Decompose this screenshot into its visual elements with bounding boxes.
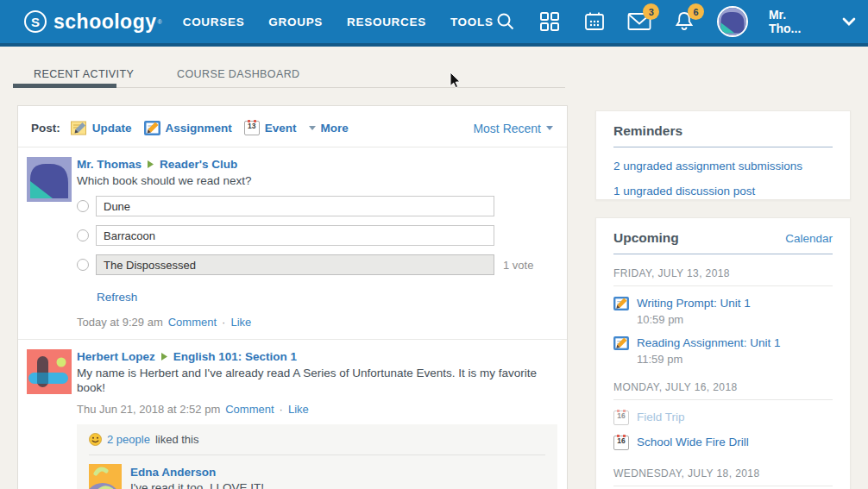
- event-icon-day: 13: [245, 122, 259, 131]
- poll-choice[interactable]: Dune: [96, 196, 494, 216]
- event-title-link[interactable]: Reading Assignment: Unit 1: [637, 336, 781, 349]
- comment-link[interactable]: Comment: [225, 403, 274, 416]
- upcoming-event: Writing Prompt: Unit 1 10:59 pm: [613, 297, 833, 326]
- calendar-day-icon: 16: [613, 411, 629, 425]
- liked-by-link[interactable]: 2 people: [107, 433, 150, 446]
- update-icon: [71, 121, 87, 135]
- event-time: 11:59 pm: [637, 353, 781, 366]
- mouse-cursor: [450, 72, 462, 89]
- post-meta: Thu Jun 21, 2018 at 2:52 pm Comment · Li…: [77, 403, 553, 416]
- activity-feed-card: Post: Update Assignment 13 Event More Mo…: [17, 105, 568, 489]
- comment: Edna Anderson I've read it too, I LOVE I…: [89, 455, 545, 489]
- divider: [613, 254, 833, 254]
- user-menu-label[interactable]: Mr. Tho...: [769, 8, 821, 35]
- chevron-down-icon[interactable]: [842, 17, 856, 26]
- event-title-link[interactable]: Writing Prompt: Unit 1: [637, 297, 751, 310]
- caret-down-icon: [309, 126, 316, 130]
- main-nav: COURSES GROUPS RESOURCES TOOLS: [183, 16, 494, 28]
- comment-body: I've read it too, I LOVE IT!: [130, 481, 305, 489]
- tab-recent-activity[interactable]: RECENT ACTIVITY: [34, 68, 134, 80]
- upcoming-card: Upcoming Calendar FRIDAY, JULY 13, 2018 …: [595, 217, 851, 489]
- feed-post-update: Herbert Lopez English 101: Section 1 My …: [18, 339, 567, 489]
- reminders-title: Reminders: [613, 123, 833, 139]
- app-grid-button[interactable]: [538, 10, 563, 33]
- post-event-button[interactable]: 13 Event: [244, 121, 297, 135]
- avatar[interactable]: [27, 157, 72, 202]
- poll-radio[interactable]: [77, 200, 89, 212]
- messages-button[interactable]: 3: [627, 10, 651, 33]
- update-label: Update: [92, 122, 132, 135]
- post-meta: Today at 9:29 am Comment · Like: [77, 316, 553, 329]
- reminders-card: Reminders 2 ungraded assignment submissi…: [595, 110, 851, 200]
- poll-refresh-link[interactable]: Refresh: [97, 291, 137, 304]
- schoology-logo[interactable]: S schoology ®: [24, 10, 162, 34]
- post-timestamp: Thu Jun 21, 2018 at 2:52 pm: [77, 403, 220, 416]
- post-more-button[interactable]: More: [309, 122, 349, 135]
- like-link[interactable]: Like: [230, 316, 251, 329]
- like-link[interactable]: Like: [288, 403, 309, 416]
- post-label: Post:: [31, 122, 60, 135]
- poll-radio[interactable]: [77, 259, 89, 271]
- calendar-link[interactable]: Calendar: [785, 232, 833, 245]
- schoology-logo-icon: S: [24, 10, 47, 33]
- post-context-link[interactable]: English 101: Section 1: [173, 350, 297, 363]
- navbar-right-cluster: 3 6 Mr. Tho...: [494, 6, 856, 37]
- search-button[interactable]: [494, 10, 518, 33]
- poll-choice[interactable]: Barracoon: [96, 225, 494, 246]
- logo-letter: S: [31, 15, 40, 29]
- divider: [613, 285, 833, 286]
- poll-option: Barracoon: [77, 225, 553, 246]
- caret-down-icon: [546, 126, 553, 130]
- post-title: Mr. Thomas Reader's Club: [77, 158, 553, 171]
- nav-item-courses[interactable]: COURSES: [183, 16, 245, 28]
- user-avatar[interactable]: [717, 6, 748, 37]
- notifications-button[interactable]: 6: [672, 10, 696, 33]
- avatar[interactable]: [89, 464, 122, 489]
- feed-tabs: RECENT ACTIVITY COURSE DASHBOARD: [13, 47, 565, 90]
- event-title-link[interactable]: Field Trip: [637, 411, 685, 423]
- nav-item-groups[interactable]: GROUPS: [268, 16, 323, 28]
- nav-item-tools[interactable]: TOOLS: [450, 16, 494, 28]
- likes-row: 2 people liked this: [89, 433, 545, 455]
- comment-link[interactable]: Comment: [168, 316, 217, 329]
- smiley-icon: [89, 433, 102, 446]
- poll: Dune Barracoon The Dispossessed 1 vote R…: [77, 196, 553, 304]
- post-assignment-button[interactable]: Assignment: [144, 121, 232, 135]
- reminder-link-ungraded-assignments[interactable]: 2 ungraded assignment submissions: [613, 160, 833, 172]
- day-header: MONDAY, JULY 16, 2018: [613, 381, 833, 393]
- divider: [613, 399, 833, 400]
- upcoming-title: Upcoming: [613, 230, 679, 246]
- tab-course-dashboard[interactable]: COURSE DASHBOARD: [177, 68, 300, 80]
- separator-dot: ·: [280, 403, 283, 416]
- divider: [613, 486, 833, 486]
- liked-by-suffix: liked this: [155, 433, 199, 446]
- active-tab-indicator: [13, 84, 116, 88]
- poll-radio[interactable]: [77, 229, 89, 241]
- breadcrumb-arrow-icon: [161, 353, 167, 360]
- post-author-link[interactable]: Mr. Thomas: [77, 158, 142, 171]
- nav-item-resources[interactable]: RESOURCES: [347, 16, 426, 28]
- event-time: 10:59 pm: [637, 313, 751, 326]
- top-navbar: S schoology ® COURSES GROUPS RESOURCES T…: [0, 0, 868, 47]
- upcoming-event: 16 Field Trip: [613, 411, 833, 425]
- sort-dropdown[interactable]: Most Recent: [473, 122, 553, 135]
- poll-question: Which book should we read next?: [77, 173, 553, 188]
- calendar-button[interactable]: [582, 10, 607, 33]
- sort-label: Most Recent: [473, 122, 541, 135]
- post-update-button[interactable]: Update: [71, 121, 132, 135]
- event-label: Event: [265, 122, 297, 135]
- avatar[interactable]: [27, 349, 72, 394]
- assignment-icon: [144, 121, 160, 135]
- post-author-link[interactable]: Herbert Lopez: [77, 350, 155, 363]
- assignment-icon: [613, 336, 629, 350]
- app-grid-icon: [539, 11, 560, 32]
- comment-author-link[interactable]: Edna Anderson: [130, 466, 216, 479]
- brand-name: schoology: [53, 10, 157, 34]
- event-title-link[interactable]: School Wide Fire Drill: [637, 436, 749, 448]
- divider: [613, 147, 833, 147]
- reminder-link-ungraded-discussion[interactable]: 1 ungraded discussion post: [613, 185, 833, 197]
- upcoming-event: 16 School Wide Fire Drill: [613, 436, 833, 450]
- post-context-link[interactable]: Reader's Club: [160, 158, 237, 171]
- feed-post-poll: Mr. Thomas Reader's Club Which book shou…: [18, 147, 567, 339]
- poll-choice[interactable]: The Dispossessed: [96, 254, 494, 275]
